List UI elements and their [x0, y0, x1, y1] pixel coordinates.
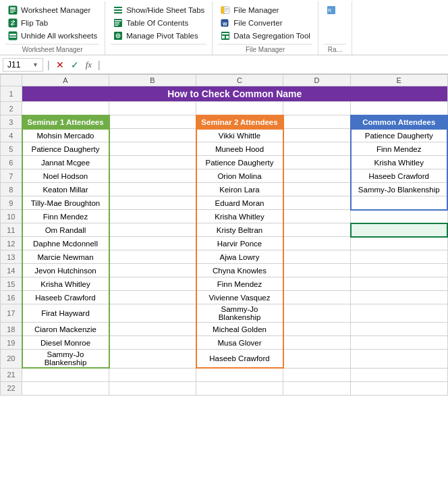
- cell-c5[interactable]: Muneeb Hood: [196, 142, 283, 156]
- cell-a20[interactable]: Sammy-Jo Blankenship: [22, 350, 109, 369]
- cell-c12[interactable]: Harvir Ponce: [196, 237, 283, 250]
- ribbon-item-flip-tab[interactable]: Flip Tab: [5, 17, 99, 29]
- cell-b16[interactable]: [109, 291, 196, 304]
- ribbon-item-worksheet-manager[interactable]: Worksheet Manager: [5, 4, 99, 16]
- cell-reference-box[interactable]: J11 ▼: [3, 58, 43, 72]
- col-header-c[interactable]: C: [196, 75, 283, 86]
- cell-e17[interactable]: [351, 304, 448, 323]
- cell-b22[interactable]: [109, 381, 196, 395]
- cell-d21[interactable]: [283, 368, 351, 381]
- cell-b7[interactable]: [109, 169, 196, 183]
- cell-d19[interactable]: [283, 336, 351, 350]
- cell-b9[interactable]: [109, 196, 196, 210]
- cell-e19[interactable]: [351, 336, 448, 350]
- cell-e20[interactable]: [351, 350, 448, 369]
- cell-a12[interactable]: Daphne Mcdonnell: [22, 237, 109, 250]
- cell-d4[interactable]: [283, 129, 351, 142]
- ribbon-item-unhide[interactable]: Unhide All worksheets: [5, 30, 99, 42]
- cell-c11[interactable]: Kristy Beltran: [196, 223, 283, 237]
- cell-d17[interactable]: [283, 304, 351, 323]
- cell-e12[interactable]: [351, 237, 448, 250]
- cell-a6[interactable]: Jannat Mcgee: [22, 156, 109, 169]
- common-header[interactable]: Common Attendees: [351, 115, 448, 129]
- cell-e11-selected[interactable]: [351, 223, 448, 237]
- cell-c8[interactable]: Keiron Lara: [196, 183, 283, 196]
- cell-d3[interactable]: [283, 115, 351, 129]
- cell-c19[interactable]: Musa Glover: [196, 336, 283, 350]
- cell-d14[interactable]: [283, 264, 351, 277]
- cell-c6[interactable]: Patience Daugherty: [196, 156, 283, 169]
- seminar1-header[interactable]: Seminar 1 Attendees: [22, 115, 109, 129]
- cell-e7[interactable]: Haseeb Crawford: [351, 169, 448, 183]
- cell-d16[interactable]: [283, 291, 351, 304]
- cell-c21[interactable]: [196, 368, 283, 381]
- ribbon-item-toc[interactable]: Table Of Contents: [111, 17, 206, 29]
- formula-cancel-icon[interactable]: ✕: [54, 59, 66, 71]
- ribbon-item-filemanager[interactable]: File Manager: [218, 4, 312, 16]
- cell-a21[interactable]: [22, 368, 109, 381]
- cell-e21[interactable]: [351, 368, 448, 381]
- cell-d22[interactable]: [283, 381, 351, 395]
- cell-c9[interactable]: Eduard Moran: [196, 196, 283, 210]
- cell-b14[interactable]: [109, 264, 196, 277]
- cell-a15[interactable]: Krisha Whitley: [22, 277, 109, 291]
- cell-c17[interactable]: Sammy-Jo Blankenship: [196, 304, 283, 323]
- cell-e2[interactable]: [351, 102, 448, 115]
- col-header-e[interactable]: E: [351, 75, 448, 86]
- cell-d15[interactable]: [283, 277, 351, 291]
- cell-a8[interactable]: Keaton Millar: [22, 183, 109, 196]
- cell-b8[interactable]: [109, 183, 196, 196]
- ribbon-item-fileconverter[interactable]: W File Converter: [218, 17, 312, 29]
- cell-c20[interactable]: Haseeb Crawford: [196, 350, 283, 369]
- cell-c18[interactable]: Micheal Golden: [196, 323, 283, 336]
- cell-c4[interactable]: Vikki Whittle: [196, 129, 283, 142]
- cell-b6[interactable]: [109, 156, 196, 169]
- cell-a11[interactable]: Om Randall: [22, 223, 109, 237]
- formula-confirm-icon[interactable]: ✓: [69, 59, 81, 71]
- cell-c7[interactable]: Orion Molina: [196, 169, 283, 183]
- cell-c15[interactable]: Finn Mendez: [196, 277, 283, 291]
- cell-a2[interactable]: [22, 102, 109, 115]
- cell-e16[interactable]: [351, 291, 448, 304]
- cell-a16[interactable]: Haseeb Crawford: [22, 291, 109, 304]
- col-header-a[interactable]: A: [22, 75, 109, 86]
- cell-a5[interactable]: Patience Daugherty: [22, 142, 109, 156]
- cell-a13[interactable]: Marcie Newman: [22, 250, 109, 264]
- col-header-d[interactable]: D: [283, 75, 351, 86]
- cell-e5[interactable]: Finn Mendez: [351, 142, 448, 156]
- cell-d5[interactable]: [283, 142, 351, 156]
- cell-a22[interactable]: [22, 381, 109, 395]
- col-header-b[interactable]: B: [109, 75, 196, 86]
- cell-d20[interactable]: [283, 350, 351, 369]
- cell-c10[interactable]: Krisha Whitley: [196, 210, 283, 223]
- cell-c14[interactable]: Chyna Knowles: [196, 264, 283, 277]
- seminar2-header[interactable]: Seminar 2 Attendees: [196, 115, 283, 129]
- cell-d8[interactable]: [283, 183, 351, 196]
- cell-b3[interactable]: [109, 115, 196, 129]
- cell-b21[interactable]: [109, 368, 196, 381]
- cell-d10[interactable]: [283, 210, 351, 223]
- ribbon-item-rand[interactable]: R: [324, 4, 346, 16]
- cell-a4[interactable]: Mohsin Mercado: [22, 129, 109, 142]
- formula-fx-icon[interactable]: fx: [84, 59, 94, 71]
- ribbon-item-showhide[interactable]: Show/Hide Sheet Tabs: [111, 4, 206, 16]
- cell-e4[interactable]: Patience Daugherty: [351, 129, 448, 142]
- cell-b11[interactable]: [109, 223, 196, 237]
- cell-e9[interactable]: [351, 196, 448, 210]
- cell-e8[interactable]: Sammy-Jo Blankenship: [351, 183, 448, 196]
- cell-a7[interactable]: Noel Hodson: [22, 169, 109, 183]
- cell-b10[interactable]: [109, 210, 196, 223]
- ribbon-item-pivot[interactable]: Manage Pivot Tables: [111, 30, 206, 42]
- cell-e10[interactable]: [351, 210, 448, 223]
- cell-b19[interactable]: [109, 336, 196, 350]
- cell-b20[interactable]: [109, 350, 196, 369]
- cell-d13[interactable]: [283, 250, 351, 264]
- cell-e15[interactable]: [351, 277, 448, 291]
- cell-d12[interactable]: [283, 237, 351, 250]
- cell-e13[interactable]: [351, 250, 448, 264]
- cell-d9[interactable]: [283, 196, 351, 210]
- cell-c16[interactable]: Vivienne Vasquez: [196, 291, 283, 304]
- cell-c22[interactable]: [196, 381, 283, 395]
- cell-b4[interactable]: [109, 129, 196, 142]
- cell-b13[interactable]: [109, 250, 196, 264]
